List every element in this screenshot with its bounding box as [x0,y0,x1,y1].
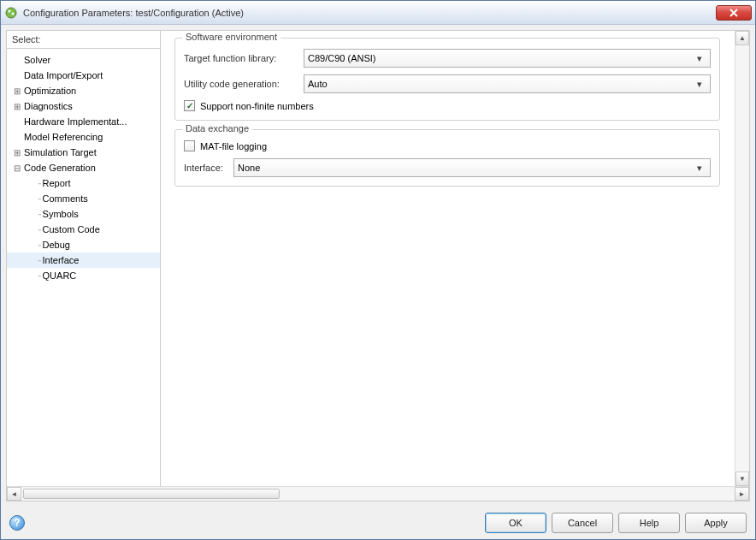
tree-item-model-referencing[interactable]: Model Referencing [7,129,160,145]
tree-item-label: Solver [24,55,50,65]
chevron-down-icon: ▾ [693,53,706,64]
tree-branch-icon: ·· [38,271,41,281]
checkbox-support-nonfinite[interactable] [184,100,195,111]
tree-item-label: Code Generation [24,163,96,173]
tree-item-label: Custom Code [43,224,100,234]
tree-item-code-generation[interactable]: ⊟Code Generation [7,160,160,175]
tree-item-label: Interface [43,255,80,265]
tree-branch-icon: ·· [38,256,41,265]
tree-item-label: Debug [43,240,70,250]
label-utility-code-generation: Utility code generation: [184,79,304,89]
row-interface: Interface: None ▾ [184,158,711,177]
dialog-footer: ? OK Cancel Help Apply [1,507,755,539]
main-area: Select: SolverData Import/Export⊞Optimiz… [7,31,749,486]
tree-item-solver[interactable]: Solver [7,52,160,68]
tree-item-label: Symbols [43,209,79,219]
scroll-track[interactable] [735,45,749,472]
dropdown-value: Auto [308,79,693,89]
expand-icon[interactable]: ⊞ [12,101,22,111]
label-support-nonfinite: Support non-finite numbers [200,101,314,111]
content-area: Select: SolverData Import/Export⊞Optimiz… [6,30,750,501]
tree-branch-icon: ·· [38,194,41,204]
svg-point-2 [12,12,15,15]
chevron-down-icon: ▾ [693,79,706,90]
tree-item-label: Optimization [24,86,76,96]
group-title: Data exchange [182,123,252,134]
sidebar-header: Select: [7,31,160,49]
tree-item-simulation-target[interactable]: ⊞Simulation Target [7,145,160,160]
scroll-up-arrow-icon[interactable]: ▲ [735,31,749,45]
tree-item-diagnostics[interactable]: ⊞Diagnostics [7,98,160,114]
cancel-button[interactable]: Cancel [552,513,613,533]
tree-item-label: Report [43,178,71,188]
app-icon [4,6,18,20]
tree-item-hardware-implementat[interactable]: Hardware Implementat... [7,114,160,129]
settings-panel: Software environment Target function lib… [161,31,749,486]
tree-item-debug[interactable]: ··Debug [7,237,160,252]
tree-item-label: Comments [43,193,88,204]
ok-button[interactable]: OK [485,513,546,533]
titlebar: Configuration Parameters: test/Configura… [1,1,755,25]
expand-icon[interactable]: ⊞ [12,86,22,96]
dropdown-value: C89/C90 (ANSI) [308,53,693,63]
expand-icon[interactable]: ⊞ [12,147,22,157]
scroll-left-arrow-icon[interactable]: ◄ [7,487,21,501]
tree-item-custom-code[interactable]: ··Custom Code [7,222,160,237]
tree-item-comments[interactable]: ··Comments [7,191,160,206]
apply-button[interactable]: Apply [685,513,747,533]
tree-item-symbols[interactable]: ··Symbols [7,206,160,222]
tree-item-label: Data Import/Export [24,70,103,80]
help-button[interactable]: Help [618,513,680,533]
horizontal-scrollbar[interactable]: ◄ ► [7,486,749,501]
group-software-environment: Software environment Target function lib… [174,38,720,121]
dropdown-utility-code-generation[interactable]: Auto ▾ [304,74,711,93]
tree-item-optimization[interactable]: ⊞Optimization [7,83,160,98]
chevron-down-icon: ▾ [693,163,706,174]
window-title: Configuration Parameters: test/Configura… [23,8,716,18]
scroll-thumb[interactable] [23,489,280,499]
checkbox-matfile-logging[interactable] [184,140,195,151]
help-icon[interactable]: ? [9,515,25,531]
tree-item-report[interactable]: ··Report [7,175,160,191]
tree-item-quarc[interactable]: ··QUARC [7,268,160,283]
label-target-function-library: Target function library: [184,53,304,63]
label-interface: Interface: [184,163,233,173]
row-matfile-logging: MAT-file logging [184,140,711,151]
svg-point-1 [9,9,11,12]
row-support-nonfinite: Support non-finite numbers [184,100,711,111]
tree-item-label: Model Referencing [24,132,103,142]
sidebar: Select: SolverData Import/Export⊞Optimiz… [7,31,161,486]
dropdown-target-function-library[interactable]: C89/C90 (ANSI) ▾ [304,49,711,68]
tree-item-label: Diagnostics [24,101,73,111]
close-button[interactable] [716,5,752,21]
collapse-icon[interactable]: ⊟ [12,163,22,173]
tree-branch-icon: ·· [38,210,41,219]
tree-item-data-import-export[interactable]: Data Import/Export [7,68,160,83]
tree-branch-icon: ·· [38,179,41,188]
tree-item-label: Hardware Implementat... [24,116,127,127]
scroll-track[interactable] [21,487,735,501]
label-matfile-logging: MAT-file logging [200,141,267,151]
dropdown-value: None [238,163,693,173]
group-title: Software environment [182,32,281,42]
svg-point-0 [6,8,16,18]
tree-item-label: QUARC [43,270,77,281]
tree-branch-icon: ·· [38,240,41,250]
scroll-right-arrow-icon[interactable]: ► [735,487,749,501]
dropdown-interface[interactable]: None ▾ [233,158,711,177]
tree-item-interface[interactable]: ··Interface [7,252,160,268]
tree-item-label: Simulation Target [24,147,97,157]
row-utility-code-generation: Utility code generation: Auto ▾ [184,74,711,93]
vertical-scrollbar[interactable]: ▲ ▼ [735,31,749,486]
row-target-function-library: Target function library: C89/C90 (ANSI) … [184,49,711,68]
nav-tree: SolverData Import/Export⊞Optimization⊞Di… [7,49,160,486]
group-data-exchange: Data exchange MAT-file logging Interface… [174,129,720,187]
config-params-window: Configuration Parameters: test/Configura… [0,0,756,540]
tree-branch-icon: ·· [38,225,41,234]
scroll-down-arrow-icon[interactable]: ▼ [735,472,749,486]
